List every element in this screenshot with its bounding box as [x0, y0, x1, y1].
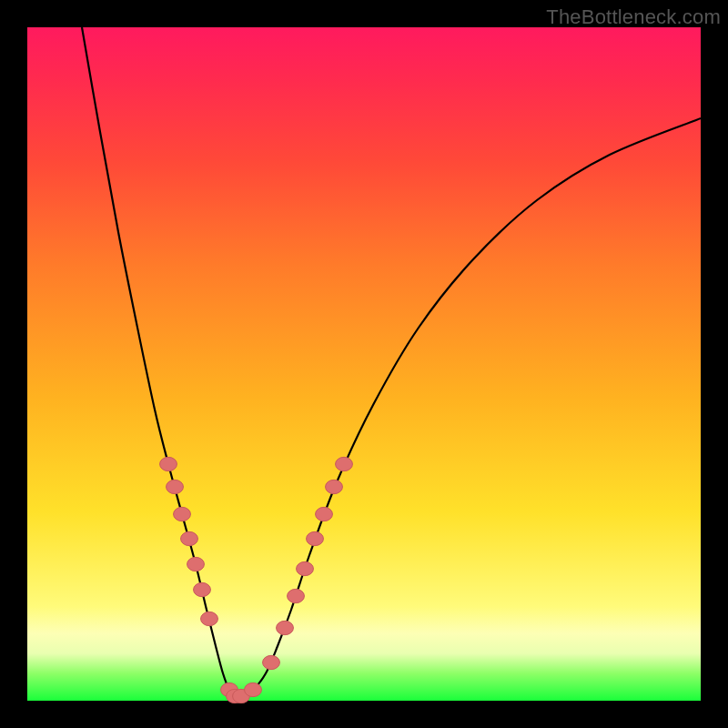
curve-path [82, 27, 701, 697]
marker-dot [277, 621, 294, 634]
marker-group [160, 457, 353, 703]
marker-dot [288, 589, 305, 602]
marker-dot [326, 480, 343, 493]
marker-dot [245, 682, 262, 696]
marker-dot [181, 531, 198, 545]
marker-dot [307, 531, 324, 545]
marker-dot [263, 655, 280, 669]
chart-svg [27, 27, 701, 701]
marker-dot [187, 557, 205, 571]
marker-dot [194, 582, 211, 596]
marker-dot [316, 507, 333, 521]
marker-dot [297, 561, 314, 575]
marker-dot [174, 507, 191, 521]
marker-dot [160, 457, 177, 470]
chart-frame [27, 27, 701, 701]
marker-dot [336, 457, 353, 470]
marker-dot [201, 612, 218, 625]
marker-dot [167, 480, 184, 493]
watermark-text: TheBottleneck.com [546, 5, 721, 29]
